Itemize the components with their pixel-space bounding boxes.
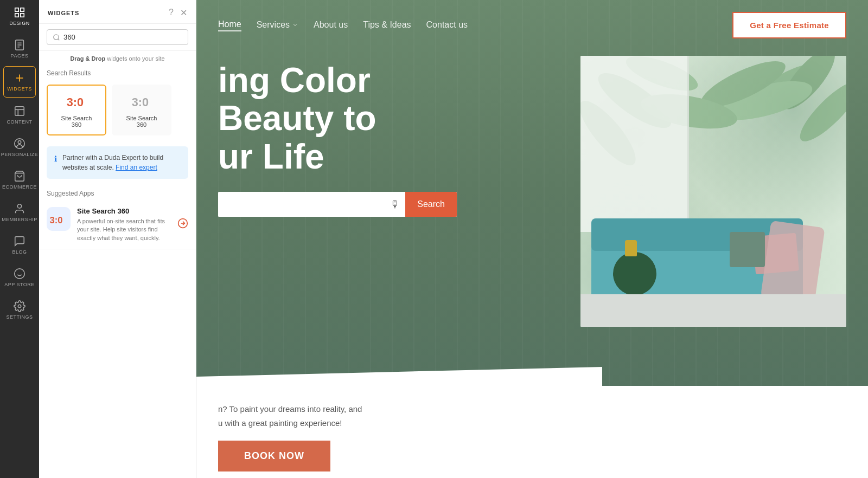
sidebar-item-settings[interactable]: SETTINGS [0,294,39,326]
cart-icon [14,170,25,182]
suggested-app-card[interactable]: 3:0 Site Search 360 A powerful on-site s… [39,201,196,249]
sidebar-item-blog[interactable]: BLOG [0,229,39,261]
app-arrow-icon[interactable] [177,218,188,231]
main-canvas: Home Services About us Tips & Ideas Cont… [196,0,868,478]
sofa-area [580,186,846,327]
help-icon[interactable]: ? [169,8,174,18]
nav-link-contact[interactable]: Contact us [426,20,468,31]
widget-search-input[interactable] [63,33,182,41]
find-expert-link[interactable]: Find an expert [116,164,157,171]
svg-rect-10 [15,107,24,116]
below-fold-section: n? To paint your dreams into reality, an… [196,386,868,478]
widgets-header-actions: ? ✕ [169,8,187,18]
site-nav: Home Services About us Tips & Ideas Cont… [196,0,868,50]
svg-rect-0 [15,8,18,11]
sidebar-content-label: CONTENT [7,119,33,125]
search-results-label: Search Results [39,64,196,80]
drag-drop-hint: Drag & Drop widgets onto your site [39,51,196,64]
sidebar-personalize-label: PERSONALIZE [1,152,39,157]
svg-line-22 [58,38,60,40]
app-info: Site Search 360 A powerful on-site searc… [77,207,171,242]
app-desc: A powerful on-site search that fits your… [77,217,171,242]
nav-link-home[interactable]: Home [218,20,241,31]
widget-card-label-gray: Site Search360 [126,115,157,128]
hero-search-bar: 🎙 Search [218,192,457,217]
sidebar-item-content[interactable]: CONTENT [0,99,39,131]
cta-button[interactable]: Get a Free Estimate [732,12,846,38]
svg-point-14 [18,141,21,144]
svg-point-16 [17,204,21,208]
app-name: Site Search 360 [77,207,171,215]
close-icon[interactable]: ✕ [180,8,187,18]
widgets-panel-title: WIDGETS [48,10,79,16]
app-logo: 3:0 [47,207,71,231]
gear-icon [14,300,25,312]
sidebar-pages-label: PAGES [11,53,29,59]
widget-results-grid: 3:0 Site Search360 3:0 Site Search360 [39,80,196,142]
nav-links: Home Services About us Tips & Ideas Cont… [218,20,468,31]
sidebar-settings-label: SETTINGS [6,314,33,320]
widget-card-label-selected: Site Search360 [61,115,92,128]
website-preview: Home Services About us Tips & Ideas Cont… [196,0,868,478]
widget-card-site-search-gray[interactable]: 3:0 Site Search360 [112,85,171,135]
hero-section: ing Color Beauty to ur Life 🎙 Search [196,50,868,338]
svg-rect-1 [21,8,24,11]
nav-link-tips[interactable]: Tips & Ideas [363,20,411,31]
user-circle-icon [14,138,25,150]
microphone-icon[interactable]: 🎙 [385,199,405,210]
book-now-button[interactable]: BOOK NOW [218,441,330,471]
svg-point-20 [18,305,21,308]
chevron-down-icon [292,22,298,28]
left-sidebar: DESIGN PAGES WIDGETS CONTENT PERSONALIZE… [0,0,39,478]
sidebar-item-design[interactable]: DESIGN [0,0,39,33]
hero-search-input[interactable] [218,192,385,217]
file-icon [14,39,25,51]
grid-icon [14,7,25,18]
suggested-apps-label: Suggested Apps [39,183,196,201]
svg-point-17 [15,269,24,279]
below-fold-text: n? To paint your dreams into reality, an… [218,402,413,430]
svg-text:3:0: 3:0 [67,95,84,109]
nav-link-about[interactable]: About us [314,20,348,31]
sidebar-widgets-label: WIDGETS [7,86,32,92]
hero-image [580,56,846,327]
chat-icon [14,235,25,247]
sidebar-appstore-label: APP STORE [4,282,35,287]
site-search-logo-gray: 3:0 [131,92,152,112]
info-banner-text: Partner with a Duda Expert to build webs… [62,153,181,172]
sidebar-item-membership[interactable]: MEMBERSHIP [0,196,39,229]
svg-text:3:0: 3:0 [50,215,63,225]
hero-text: ing Color Beauty to ur Life 🎙 Search [218,56,559,233]
sidebar-item-personalize[interactable]: PERSONALIZE [0,131,39,164]
layout-icon [14,105,25,117]
info-icon: ℹ [54,153,57,165]
plus-icon [14,72,25,84]
widgets-panel-header: WIDGETS ? ✕ [39,0,196,24]
widgets-panel: WIDGETS ? ✕ Drag & Drop widgets onto you… [39,0,196,478]
sidebar-membership-label: MEMBERSHIP [2,217,37,222]
search-input-wrapper [47,29,188,45]
site-search-logo-red: 3:0 [66,92,87,112]
svg-text:3:0: 3:0 [132,95,149,109]
hero-search-button[interactable]: Search [405,192,457,217]
widget-search-box [39,24,196,51]
hero-heading: ing Color Beauty to ur Life [218,61,559,176]
sidebar-design-label: DESIGN [9,21,30,26]
person-icon [14,203,25,215]
search-icon [53,34,60,41]
hero-image-container [580,56,846,327]
svg-rect-2 [15,14,18,17]
sidebar-ecommerce-label: ECOMMERCE [2,184,37,190]
sidebar-item-appstore[interactable]: APP STORE [0,261,39,294]
sidebar-item-pages[interactable]: PAGES [0,33,39,65]
store-icon [14,268,25,280]
widget-card-site-search-selected[interactable]: 3:0 Site Search360 [47,85,106,135]
info-banner: ℹ Partner with a Duda Expert to build we… [47,146,188,179]
sidebar-blog-label: BLOG [12,249,27,255]
svg-rect-3 [21,14,24,17]
sidebar-item-ecommerce[interactable]: ECOMMERCE [0,164,39,196]
nav-link-services[interactable]: Services [257,20,298,31]
sidebar-item-widgets[interactable]: WIDGETS [3,66,36,98]
svg-point-21 [54,34,59,39]
